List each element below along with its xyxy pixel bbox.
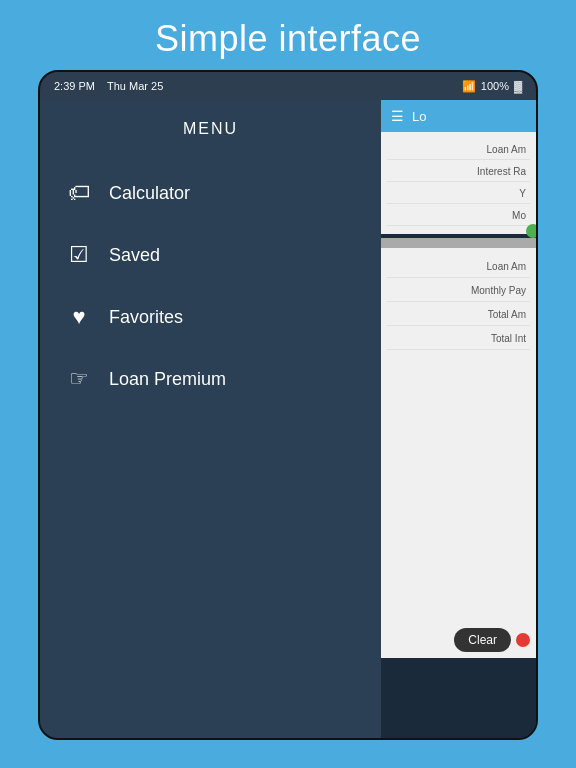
loan-field-loan-amount: Loan Am (387, 140, 530, 160)
result-total-amount: Total Am (387, 304, 530, 326)
result-monthly-payment-label: Monthly Pay (471, 285, 526, 296)
favorites-icon: ♥ (65, 304, 93, 330)
divider-bar (381, 238, 536, 248)
battery-label: 100% (481, 80, 509, 92)
sidebar-item-calculator[interactable]: 🏷 Calculator (60, 166, 381, 220)
tablet-frame: 2:39 PM Thu Mar 25 📶 100% ▓ MENU 🏷 Calcu… (38, 70, 538, 740)
sidebar-item-saved[interactable]: ☑ Saved (60, 228, 381, 282)
menu-title: MENU (60, 100, 361, 166)
loan-field-years: Y (387, 184, 530, 204)
sidebar-item-loan-premium[interactable]: ☞ Loan Premium (60, 352, 381, 406)
loan-premium-label: Loan Premium (109, 369, 226, 390)
loan-top-card: ☰ Lo Loan Am Interest Ra Y Mo (381, 100, 536, 234)
months-label: Mo (512, 210, 526, 221)
wifi-icon: 📶 (462, 80, 476, 93)
saved-label: Saved (109, 245, 160, 266)
interest-rate-label: Interest Ra (477, 166, 526, 177)
loan-top-header: ☰ Lo (381, 100, 536, 132)
result-total-interest: Total Int (387, 328, 530, 350)
favorites-label: Favorites (109, 307, 183, 328)
hamburger-icon[interactable]: ☰ (391, 108, 404, 124)
menu-panel: MENU 🏷 Calculator ☑ Saved ♥ Favorites ☞ … (40, 100, 381, 738)
status-bar: 2:39 PM Thu Mar 25 📶 100% ▓ (40, 72, 536, 100)
result-monthly-payment: Monthly Pay (387, 280, 530, 302)
loan-field-months: Mo (387, 206, 530, 226)
loan-premium-icon: ☞ (65, 366, 93, 392)
loan-top-title: Lo (412, 109, 426, 124)
result-total-amount-label: Total Am (488, 309, 526, 320)
saved-icon: ☑ (65, 242, 93, 268)
red-circle-indicator (516, 633, 530, 647)
loan-field-interest-rate: Interest Ra (387, 162, 530, 182)
status-time: 2:39 PM (54, 80, 95, 92)
sidebar-item-favorites[interactable]: ♥ Favorites (60, 290, 381, 344)
battery-icon: ▓ (514, 80, 522, 92)
result-loan-amount: Loan Am (387, 256, 530, 278)
calculator-label: Calculator (109, 183, 190, 204)
status-date: Thu Mar 25 (107, 80, 163, 92)
right-panel: ☰ Lo Loan Am Interest Ra Y Mo (381, 100, 536, 738)
loan-amount-label: Loan Am (487, 144, 526, 155)
result-loan-amount-label: Loan Am (487, 261, 526, 272)
green-circle-indicator (526, 224, 538, 238)
years-label: Y (519, 188, 526, 199)
clear-button[interactable]: Clear (454, 628, 511, 652)
calculator-icon: 🏷 (65, 180, 93, 206)
loan-bottom-card: Loan Am Monthly Pay Total Am Total Int C… (381, 248, 536, 658)
result-total-interest-label: Total Int (491, 333, 526, 344)
dark-bottom-area (381, 658, 536, 738)
page-title: Simple interface (155, 18, 421, 60)
